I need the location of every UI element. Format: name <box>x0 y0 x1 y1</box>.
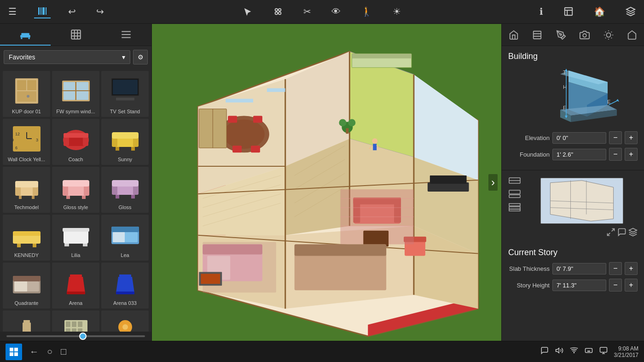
right-tab-walls[interactable] <box>526 24 550 46</box>
item-kennedy-label: KENNEDY <box>5 252 48 258</box>
map-pin-icon[interactable] <box>617 228 627 239</box>
story-icon-2[interactable] <box>508 189 521 200</box>
person-icon[interactable]: 🚶 <box>358 5 375 18</box>
svg-point-183 <box>583 34 586 37</box>
home-icon[interactable]: 🏠 <box>591 5 608 18</box>
center-viewport[interactable]: › <box>152 24 501 341</box>
start-button[interactable] <box>6 344 22 360</box>
item-16[interactable] <box>3 310 50 332</box>
item-sunny[interactable]: Sunny <box>101 119 149 165</box>
right-tab-home[interactable] <box>621 24 644 46</box>
taskbar-nav: ← ○ □ <box>29 346 66 357</box>
taskbar-volume-icon[interactable] <box>555 346 563 357</box>
item-arena[interactable]: Arena <box>52 263 99 309</box>
settings-button[interactable]: ⚙ <box>133 50 148 64</box>
menu-icon[interactable]: ☰ <box>6 5 19 18</box>
taskbar-chat-icon[interactable] <box>540 346 549 357</box>
item-17[interactable] <box>52 310 99 332</box>
scissor-icon[interactable]: ✂ <box>301 5 314 18</box>
item-kennedy[interactable]: KENNEDY <box>3 215 50 261</box>
svg-rect-172 <box>430 175 467 184</box>
taskbar-keyboard-icon[interactable] <box>585 346 593 357</box>
item-gloss-style[interactable]: Gloss style <box>52 167 99 213</box>
taskbar-network-icon[interactable] <box>570 346 578 357</box>
story-icon-3[interactable] <box>508 203 521 213</box>
taskbar-date: 3/21/2017 <box>614 352 638 358</box>
map-layers-icon[interactable] <box>628 228 638 239</box>
item-lea[interactable]: Lea <box>101 215 149 261</box>
size-slider-track[interactable] <box>6 335 145 337</box>
svg-rect-75 <box>64 244 69 246</box>
item-tv-stand-thumb <box>107 75 144 107</box>
taskbar-display-icon[interactable] <box>599 346 608 357</box>
map-expand-icon[interactable] <box>606 228 615 239</box>
item-tv-stand[interactable]: TV Set Stand <box>101 71 149 117</box>
undo-icon[interactable]: ↩ <box>65 5 79 18</box>
item-18[interactable] <box>101 310 149 332</box>
item-lilia[interactable]: Lilia <box>52 215 99 261</box>
story-icon-1[interactable] <box>508 176 521 187</box>
current-story-section: Current Story Slab Thickness 0' 7.9" − +… <box>502 242 644 301</box>
right-tab-building[interactable] <box>502 24 526 46</box>
dropdown-label: Favorites <box>9 53 35 61</box>
slab-thickness-plus[interactable]: + <box>625 262 638 275</box>
foundation-minus[interactable]: − <box>609 148 622 161</box>
svg-rect-142 <box>253 116 262 123</box>
viewport-expand-arrow[interactable]: › <box>488 174 498 191</box>
right-tab-sun[interactable] <box>597 24 621 46</box>
item-fw-window[interactable]: FW symm wind... <box>52 71 99 117</box>
svg-rect-88 <box>119 274 131 277</box>
elevation-value[interactable]: 0' 0" <box>552 132 606 144</box>
export-icon[interactable] <box>561 6 576 18</box>
svg-rect-101 <box>72 328 76 332</box>
item-coach[interactable]: Coach <box>52 119 99 165</box>
svg-line-187 <box>605 31 606 32</box>
right-tab-paint[interactable] <box>549 24 573 46</box>
svg-rect-221 <box>10 348 13 351</box>
tab-materials[interactable] <box>51 24 101 46</box>
slab-thickness-value[interactable]: 0' 7.9" <box>552 263 606 274</box>
item-techmodel[interactable]: Techmodel <box>3 167 50 213</box>
pointer-icon[interactable] <box>240 6 255 18</box>
foundation-plus[interactable]: + <box>625 148 638 161</box>
item-wall-clock[interactable]: 12369 Wall Clock Yell... <box>3 119 50 165</box>
category-dropdown[interactable]: Favorites ▾ <box>4 50 130 64</box>
elevation-minus[interactable]: − <box>609 131 622 144</box>
nav-back-button[interactable]: ← <box>29 346 39 357</box>
svg-marker-225 <box>556 348 559 353</box>
item-wall-clock-thumb: 12369 <box>8 123 45 155</box>
info-icon[interactable]: ℹ <box>537 5 546 18</box>
svg-rect-143 <box>232 146 242 152</box>
story-height-row: Story Height 7' 11.3" − + <box>508 279 638 292</box>
elevation-row: Elevation 0' 0" − + <box>508 131 638 144</box>
svg-point-173 <box>372 138 377 144</box>
eye-icon[interactable]: 👁 <box>329 6 343 18</box>
right-tab-camera[interactable] <box>573 24 597 46</box>
slab-thickness-minus[interactable]: − <box>609 262 622 275</box>
story-height-value[interactable]: 7' 11.3" <box>552 280 606 291</box>
svg-rect-48 <box>112 132 139 139</box>
item-arena-033[interactable]: Arena 033 <box>101 263 149 309</box>
svg-rect-56 <box>32 196 35 199</box>
redo-icon[interactable]: ↪ <box>93 5 107 18</box>
story-height-plus[interactable]: + <box>625 279 638 292</box>
nav-apps-button[interactable]: □ <box>61 346 66 357</box>
foundation-value[interactable]: 1' 2.6" <box>552 149 606 160</box>
tab-list-view[interactable] <box>101 24 151 46</box>
nav-home-button[interactable]: ○ <box>47 346 52 357</box>
svg-rect-233 <box>600 347 607 352</box>
item-gloss-thumb <box>107 170 144 203</box>
svg-marker-204 <box>616 99 619 102</box>
group-icon[interactable] <box>270 6 286 18</box>
elevation-plus[interactable]: + <box>625 131 638 144</box>
item-kup-door[interactable]: KUP door 01 <box>3 71 50 117</box>
size-slider-thumb[interactable] <box>79 333 87 340</box>
item-quadrante[interactable]: Quadrante <box>3 263 50 309</box>
item-gloss[interactable]: Gloss <box>101 167 149 213</box>
layers-icon[interactable] <box>623 6 638 18</box>
library-icon[interactable] <box>34 5 51 18</box>
tab-furniture[interactable] <box>0 24 51 46</box>
sun-icon[interactable]: ☀ <box>390 5 404 18</box>
item-gloss-style-label: Gloss style <box>54 204 98 210</box>
story-height-minus[interactable]: − <box>609 279 622 292</box>
